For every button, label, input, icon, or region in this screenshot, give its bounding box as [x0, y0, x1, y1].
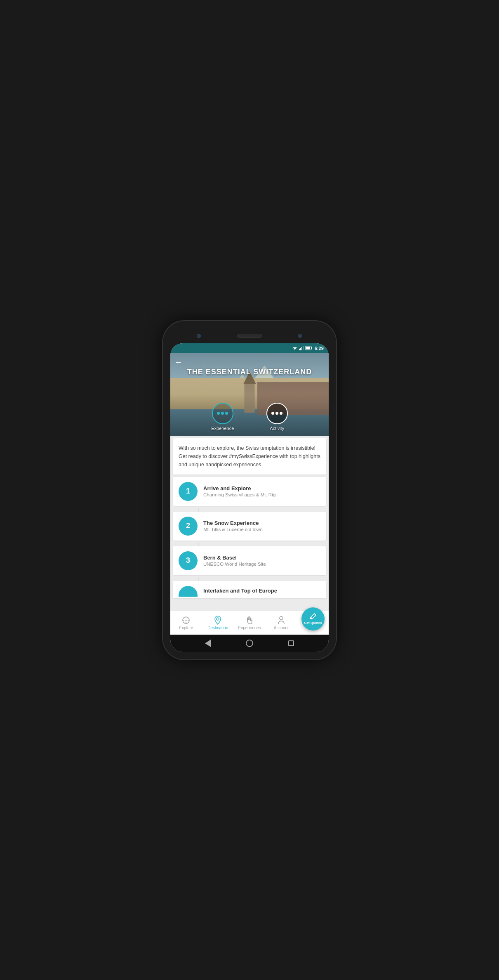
back-button[interactable]: ←: [174, 357, 183, 367]
experiences-nav-label: Experiences: [238, 626, 261, 630]
svg-rect-4: [303, 346, 304, 350]
itinerary-item-4[interactable]: Interlaken and Top of Europe: [173, 581, 326, 598]
itinerary-item-3[interactable]: 3 Bern & Basel UNESCO World Heritage Sit…: [173, 546, 326, 575]
phone-device: 6:29 ← THE ESSENTIAL SWITZERLAND: [163, 321, 336, 659]
itinerary-subtitle-3: UNESCO World Heritage Site: [203, 562, 266, 567]
itinerary-text-3: Bern & Basel UNESCO World Heritage Site: [203, 555, 266, 567]
dot1: [271, 412, 274, 415]
status-time: 6:29: [315, 346, 324, 351]
experience-icon-item[interactable]: Experience: [211, 403, 234, 431]
experience-label: Experience: [211, 426, 234, 431]
wifi-icon: [292, 346, 298, 350]
android-home-button[interactable]: [245, 639, 254, 648]
destination-nav-icon: [213, 616, 222, 625]
account-nav-icon: [277, 616, 286, 625]
svg-point-0: [294, 349, 295, 350]
explore-nav-label: Explore: [179, 626, 193, 630]
status-icons: 6:29: [292, 346, 324, 351]
hand-icon: [245, 616, 254, 625]
get-quotes-fab[interactable]: Get Quotes: [301, 607, 325, 631]
dot2: [221, 412, 224, 415]
description-card: With so much to explore, the Swiss tempt…: [173, 438, 326, 475]
dot3: [225, 412, 228, 415]
itinerary-item-2[interactable]: 2 The Snow Experience Mt. Titlis & Lucer…: [173, 512, 326, 541]
phone-camera: [197, 334, 201, 338]
itinerary-title-1: Arrive and Explore: [203, 485, 277, 491]
hero-title: THE ESSENTIAL SWITZERLAND: [170, 368, 329, 376]
experience-dots-icon: [217, 412, 228, 415]
experiences-nav-icon: [245, 616, 254, 625]
home-circle-icon: [246, 640, 253, 647]
itinerary-number-1: 1: [179, 482, 198, 501]
itinerary-item-1[interactable]: 1 Arrive and Explore Charming Swiss vill…: [173, 477, 326, 506]
svg-point-9: [217, 618, 219, 620]
pin-icon: [214, 616, 222, 625]
phone-screen: 6:29 ← THE ESSENTIAL SWITZERLAND: [170, 343, 329, 652]
destination-nav-label: Destination: [207, 626, 228, 630]
android-recents-button[interactable]: [287, 639, 296, 648]
content-area: With so much to explore, the Swiss tempt…: [170, 436, 329, 611]
itinerary-subtitle-1: Charming Swiss villages & Mt. Rigi: [203, 492, 277, 497]
battery-icon: [305, 346, 313, 350]
itinerary-title-2: The Snow Experience: [203, 520, 263, 526]
itinerary-text-4: Interlaken and Top of Europe: [203, 588, 277, 595]
activity-circle: [266, 403, 288, 424]
itinerary-text-1: Arrive and Explore Charming Swiss villag…: [203, 485, 277, 497]
itinerary-number-3: 3: [179, 551, 198, 570]
itinerary-number-2: 2: [179, 517, 198, 536]
itinerary-title-3: Bern & Basel: [203, 555, 266, 561]
svg-rect-6: [306, 347, 310, 349]
itinerary-subtitle-2: Mt. Titlis & Lucerne old town: [203, 527, 263, 532]
hero-section: ← THE ESSENTIAL SWITZERLAND Experience: [170, 353, 329, 436]
recents-square-icon: [288, 640, 294, 646]
hero-icons-row: Experience Activity: [170, 403, 329, 431]
itinerary-number-4: [179, 586, 198, 597]
status-bar: 6:29: [170, 343, 329, 353]
svg-point-8: [186, 619, 187, 621]
phone-speaker: [237, 334, 262, 338]
nav-destination[interactable]: Destination: [202, 616, 234, 630]
svg-rect-1: [299, 349, 300, 350]
android-nav-bar: [170, 635, 329, 652]
nav-explore[interactable]: Explore: [170, 616, 202, 630]
back-triangle-icon: [205, 640, 211, 647]
description-text: With so much to explore, the Swiss tempt…: [179, 444, 320, 469]
itinerary-text-2: The Snow Experience Mt. Titlis & Lucerne…: [203, 520, 263, 532]
compass-icon: [182, 616, 190, 624]
svg-rect-2: [300, 348, 301, 350]
itinerary-list: 1 Arrive and Explore Charming Swiss vill…: [173, 477, 326, 601]
nav-account[interactable]: Account: [265, 616, 297, 630]
signal-icon: [299, 346, 304, 350]
dot3: [280, 412, 282, 415]
explore-nav-icon: [181, 616, 191, 625]
dot2: [275, 412, 278, 415]
activity-label: Activity: [270, 426, 284, 431]
phone-top-bar: [170, 328, 329, 343]
activity-dots-icon: [271, 412, 282, 415]
edit-icon: [309, 613, 317, 620]
svg-rect-3: [301, 347, 302, 350]
svg-point-10: [280, 616, 283, 620]
phone-sensor: [298, 334, 302, 338]
nav-experiences[interactable]: Experiences: [234, 616, 266, 630]
itinerary-title-4: Interlaken and Top of Europe: [203, 588, 277, 594]
activity-icon-item[interactable]: Activity: [266, 403, 288, 431]
bottom-spacer: [170, 601, 329, 611]
person-icon: [277, 616, 285, 625]
experience-circle: [212, 403, 233, 424]
account-nav-label: Account: [274, 626, 289, 630]
android-back-button[interactable]: [203, 639, 212, 648]
fab-label: Get Quotes: [304, 621, 322, 625]
dot1: [217, 412, 220, 415]
